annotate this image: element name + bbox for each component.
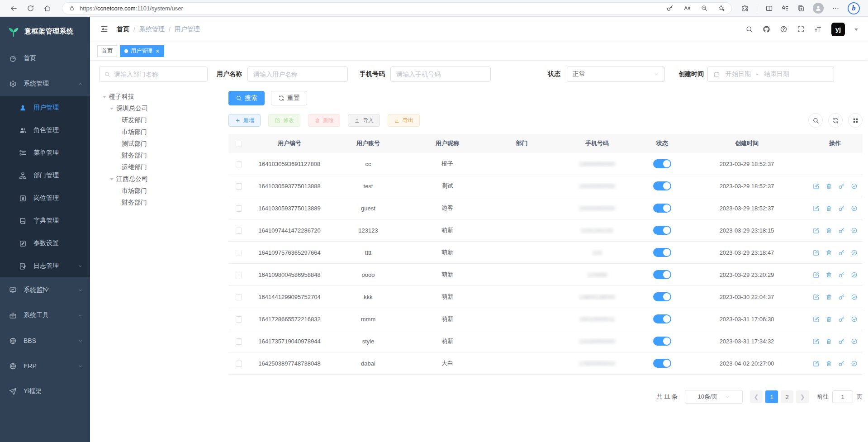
row-checkbox[interactable] [236,272,242,278]
status-toggle[interactable] [653,270,671,279]
row-checkbox[interactable] [236,205,242,212]
row-edit-button[interactable] [813,271,820,278]
sidebar-item-dept[interactable]: 部门管理 [0,164,90,187]
row-checkbox[interactable] [236,250,242,256]
row-delete-button[interactable] [825,360,832,367]
sidebar-item-erp[interactable]: ERP [0,353,90,379]
extensions-icon[interactable] [741,5,749,12]
row-delete-button[interactable] [825,227,832,234]
row-edit-button[interactable] [813,294,820,300]
tree-node[interactable]: 江西总公司 [102,173,219,185]
row-edit-button[interactable] [813,249,820,256]
sidebar-item-user[interactable]: 用户管理 [0,96,90,119]
bing-copilot-icon[interactable]: b [848,2,860,14]
row-reset-password-button[interactable] [838,249,845,256]
tree-node[interactable]: 深圳总公司 [102,103,219,114]
status-toggle[interactable] [653,248,671,257]
address-bar[interactable]: https://ccnetcore.com:1101/system/user [62,2,732,14]
next-page-button[interactable]: ❯ [796,390,809,403]
export-button[interactable]: 导出 [388,114,420,127]
add-button[interactable]: 新增 [228,114,261,127]
row-delete-button[interactable] [825,183,832,190]
tree-expand-icon[interactable] [103,96,106,100]
row-assign-role-button[interactable] [851,294,858,300]
browser-profile-avatar[interactable] [813,3,824,14]
sidebar-item-menu[interactable]: 菜单管理 [0,142,90,164]
row-assign-role-button[interactable] [851,271,858,278]
avatar-caret-icon[interactable] [854,29,858,33]
page-button-1[interactable]: 1 [765,390,778,403]
row-edit-button[interactable] [813,183,820,190]
sidebar-item-tool[interactable]: 系统工具 [0,303,90,328]
help-icon[interactable] [780,25,787,33]
row-edit-button[interactable] [813,338,820,345]
row-assign-role-button[interactable] [851,338,858,345]
tree-expand-icon[interactable] [110,178,114,182]
row-delete-button[interactable] [825,249,832,256]
favorites-icon[interactable] [781,5,789,12]
row-checkbox[interactable] [236,228,242,234]
refresh-table-button[interactable] [828,113,843,128]
page-button-2[interactable]: 2 [781,390,793,403]
sidebar-item-dict[interactable]: 字典管理 [0,209,90,232]
row-reset-password-button[interactable] [838,205,845,212]
status-toggle[interactable] [653,226,671,235]
tree-node[interactable]: 财务部门 [102,150,219,162]
tab-user-mgmt[interactable]: 用户管理× [120,45,164,57]
tree-node[interactable]: 财务部门 [102,197,219,209]
sidebar-collapse-icon[interactable] [100,25,109,33]
status-toggle[interactable] [653,159,671,168]
show-search-button[interactable] [808,113,823,128]
tab-home[interactable]: 首页 [97,45,117,57]
delete-button[interactable]: 删除 [308,114,340,127]
status-toggle[interactable] [653,292,671,301]
dept-search-box[interactable] [99,67,208,82]
username-input[interactable] [247,67,348,82]
date-range-picker[interactable]: 开始日期 - 结束日期 [707,67,834,82]
font-size-icon[interactable] [814,25,822,33]
row-assign-role-button[interactable] [851,316,858,323]
add-favorite-icon[interactable] [718,5,725,12]
row-checkbox[interactable] [236,294,242,300]
dept-name-input[interactable] [114,71,203,78]
row-checkbox[interactable] [236,361,242,367]
status-select[interactable]: 正常 [567,67,665,82]
row-reset-password-button[interactable] [838,316,845,323]
zoom-out-icon[interactable] [701,5,708,12]
row-reset-password-button[interactable] [838,294,845,300]
row-reset-password-button[interactable] [838,360,845,367]
row-assign-role-button[interactable] [851,360,858,367]
row-delete-button[interactable] [825,294,832,300]
sidebar-item-system[interactable]: 系统管理 [0,71,90,96]
read-aloud-icon[interactable] [683,5,691,12]
password-icon[interactable] [666,5,674,12]
sidebar-item-role[interactable]: 角色管理 [0,119,90,142]
row-checkbox[interactable] [236,183,242,190]
sidebar-item-home[interactable]: 首页 [0,46,90,71]
fullscreen-icon[interactable] [797,25,805,33]
status-toggle[interactable] [653,359,671,368]
sidebar-item-param[interactable]: 参数设置 [0,232,90,255]
reset-button[interactable]: 重置 [271,91,307,105]
sidebar-item-bbs[interactable]: BBS [0,328,90,353]
search-button[interactable]: 搜索 [228,91,265,105]
row-reset-password-button[interactable] [838,227,845,234]
breadcrumb-item[interactable]: 系统管理 [139,25,165,33]
row-edit-button[interactable] [813,227,820,234]
edit-button[interactable]: 修改 [268,114,300,127]
column-settings-button[interactable] [848,113,863,128]
tree-node[interactable]: 测试部门 [102,138,219,150]
user-avatar[interactable]: yj [831,23,845,36]
tree-node[interactable]: 研发部门 [102,114,219,126]
prev-page-button[interactable]: ❮ [750,390,763,403]
row-assign-role-button[interactable] [851,249,858,256]
breadcrumb-item[interactable]: 首页 [117,25,129,33]
sidebar-item-post[interactable]: 岗位管理 [0,187,90,209]
row-edit-button[interactable] [813,316,820,323]
goto-page-input[interactable] [832,390,853,403]
select-all-checkbox[interactable] [236,141,242,147]
row-checkbox[interactable] [236,161,242,167]
row-delete-button[interactable] [825,271,832,278]
row-delete-button[interactable] [825,316,832,323]
row-edit-button[interactable] [813,205,820,212]
